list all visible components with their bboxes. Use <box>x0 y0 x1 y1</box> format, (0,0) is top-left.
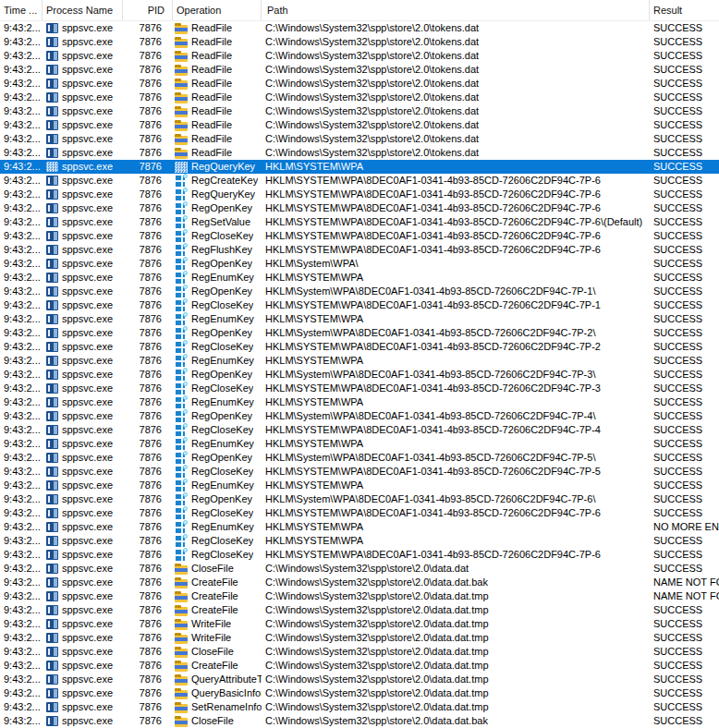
operation-label: ReadFile <box>191 63 232 77</box>
table-row[interactable]: 9:43:2... sppsvc.exe 7876 ReadFile C:\Wi… <box>0 21 719 35</box>
table-row[interactable]: 9:43:2... sppsvc.exe 7876 ReadFile C:\Wi… <box>0 118 719 132</box>
process-cell: sppsvc.exe <box>43 700 123 714</box>
table-row[interactable]: 9:43:2... sppsvc.exe 7876 CloseFile C:\W… <box>0 645 719 659</box>
process-name-label: sppsvc.exe <box>62 63 113 77</box>
process-name-label: sppsvc.exe <box>62 506 113 520</box>
table-row[interactable]: 9:43:2... sppsvc.exe 7876 RegOpenKey HKL… <box>0 492 719 506</box>
table-row[interactable]: 9:43:2... sppsvc.exe 7876 RegSetValue HK… <box>0 215 719 229</box>
table-row[interactable]: 9:43:2... sppsvc.exe 7876 CreateFile C:\… <box>0 603 719 617</box>
time-cell: 9:43:2... <box>0 382 43 395</box>
registry-icon <box>175 356 188 367</box>
process-name-label: sppsvc.exe <box>62 35 113 49</box>
table-row[interactable]: 9:43:2... sppsvc.exe 7876 RegEnumKey HKL… <box>0 395 719 409</box>
table-row[interactable]: 9:43:2... sppsvc.exe 7876 ReadFile C:\Wi… <box>0 91 719 104</box>
table-row[interactable]: 9:43:2... sppsvc.exe 7876 ReadFile C:\Wi… <box>0 77 719 91</box>
table-row[interactable]: 9:43:2... sppsvc.exe 7876 RegCloseKey HK… <box>0 423 719 437</box>
table-row[interactable]: 9:43:2... sppsvc.exe 7876 QueryAttribute… <box>0 673 719 686</box>
table-row[interactable]: 9:43:2... sppsvc.exe 7876 RegOpenKey HKL… <box>0 326 719 340</box>
process-name-label: sppsvc.exe <box>62 562 113 576</box>
table-row[interactable]: 9:43:2... sppsvc.exe 7876 CreateFile C:\… <box>0 576 719 589</box>
table-row[interactable]: 9:43:2... sppsvc.exe 7876 RegOpenKey HKL… <box>0 201 719 215</box>
table-row[interactable]: 9:43:2... sppsvc.exe 7876 RegCloseKey HK… <box>0 548 719 562</box>
table-row[interactable]: 9:43:2... sppsvc.exe 7876 ReadFile C:\Wi… <box>0 35 719 49</box>
process-name-label: sppsvc.exe <box>62 77 113 91</box>
result-cell: SUCCESS <box>650 686 719 700</box>
path-cell: C:\Windows\System32\spp\store\2.0\data.d… <box>262 673 650 686</box>
operation-cell: RegCloseKey <box>173 423 262 437</box>
table-row[interactable]: 9:43:2... sppsvc.exe 7876 RegCloseKey HK… <box>0 534 719 548</box>
time-cell: 9:43:2... <box>0 21 43 35</box>
table-row[interactable]: 9:43:2... sppsvc.exe 7876 ReadFile C:\Wi… <box>0 146 719 160</box>
table-row[interactable]: 9:43:2... sppsvc.exe 7876 RegEnumKey HKL… <box>0 437 719 451</box>
table-row[interactable]: 9:43:2... sppsvc.exe 7876 ReadFile C:\Wi… <box>0 104 719 118</box>
table-row[interactable]: 9:43:2... sppsvc.exe 7876 RegEnumKey HKL… <box>0 479 719 492</box>
registry-icon <box>175 397 188 408</box>
operation-label: CloseFile <box>191 645 234 659</box>
table-row[interactable]: 9:43:2... sppsvc.exe 7876 RegCreateKey H… <box>0 174 719 188</box>
process-icon <box>46 536 58 546</box>
column-header-path[interactable]: Path <box>262 0 650 20</box>
table-row[interactable]: 9:43:2... sppsvc.exe 7876 CreateFile C:\… <box>0 659 719 673</box>
operation-cell: RegCloseKey <box>173 465 262 479</box>
operation-label: RegQueryKey <box>191 160 255 174</box>
table-row[interactable]: 9:43:2... sppsvc.exe 7876 WriteFile C:\W… <box>0 617 719 631</box>
column-header-result[interactable]: Result <box>650 0 719 20</box>
table-row[interactable]: 9:43:2... sppsvc.exe 7876 RegOpenKey HKL… <box>0 285 719 298</box>
process-icon <box>46 217 58 227</box>
table-row[interactable]: 9:43:2... sppsvc.exe 7876 RegCloseKey HK… <box>0 298 719 312</box>
table-row[interactable]: 9:43:2... sppsvc.exe 7876 ReadFile C:\Wi… <box>0 132 719 146</box>
table-row[interactable]: 9:43:2... sppsvc.exe 7876 ReadFile C:\Wi… <box>0 49 719 63</box>
time-cell: 9:43:2... <box>0 520 43 534</box>
table-row[interactable]: 9:43:2... sppsvc.exe 7876 RegQueryKey HK… <box>0 160 719 174</box>
table-row[interactable]: 9:43:2... sppsvc.exe 7876 SetRenameInfo.… <box>0 700 719 714</box>
time-cell: 9:43:2... <box>0 271 43 285</box>
time-cell: 9:43:2... <box>0 257 43 271</box>
table-row[interactable]: 9:43:2... sppsvc.exe 7876 RegCloseKey HK… <box>0 506 719 520</box>
table-row[interactable]: 9:43:2... sppsvc.exe 7876 RegOpenKey HKL… <box>0 451 719 465</box>
table-row[interactable]: 9:43:2... sppsvc.exe 7876 RegFlushKey HK… <box>0 243 719 257</box>
table-row[interactable]: 9:43:2... sppsvc.exe 7876 RegOpenKey HKL… <box>0 368 719 382</box>
column-header-operation[interactable]: Operation <box>173 0 262 20</box>
process-cell: sppsvc.exe <box>43 423 123 437</box>
table-row[interactable]: 9:43:2... sppsvc.exe 7876 RegQueryKey HK… <box>0 188 719 201</box>
time-cell: 9:43:2... <box>0 201 43 215</box>
column-header-time[interactable]: Time ... <box>0 0 43 20</box>
path-cell: C:\Windows\System32\spp\store\2.0\tokens… <box>262 104 650 118</box>
table-row[interactable]: 9:43:2... sppsvc.exe 7876 RegCloseKey HK… <box>0 465 719 479</box>
path-cell: HKLM\SYSTEM\WPA <box>262 437 650 451</box>
table-row[interactable]: 9:43:2... sppsvc.exe 7876 CloseFile C:\W… <box>0 562 719 576</box>
time-cell: 9:43:2... <box>0 312 43 326</box>
process-name-label: sppsvc.exe <box>62 631 113 645</box>
path-cell: HKLM\SYSTEM\WPA\8DEC0AF1-0341-4b93-85CD-… <box>262 382 650 395</box>
table-row[interactable]: 9:43:2... sppsvc.exe 7876 RegCloseKey HK… <box>0 382 719 395</box>
column-header-pid[interactable]: PID <box>123 0 173 20</box>
process-cell: sppsvc.exe <box>43 77 123 91</box>
result-cell: SUCCESS <box>650 35 719 49</box>
table-row[interactable]: 9:43:2... sppsvc.exe 7876 CloseFile C:\W… <box>0 714 719 728</box>
table-row[interactable]: 9:43:2... sppsvc.exe 7876 RegEnumKey HKL… <box>0 354 719 368</box>
table-row[interactable]: 9:43:2... sppsvc.exe 7876 WriteFile C:\W… <box>0 631 719 645</box>
column-header-process-name[interactable]: Process Name <box>43 0 123 20</box>
pid-cell: 7876 <box>123 451 173 465</box>
table-row[interactable]: 9:43:2... sppsvc.exe 7876 CreateFile C:\… <box>0 589 719 603</box>
table-row[interactable]: 9:43:2... sppsvc.exe 7876 RegEnumKey HKL… <box>0 271 719 285</box>
time-cell: 9:43:2... <box>0 77 43 91</box>
table-row[interactable]: 9:43:2... sppsvc.exe 7876 QueryBasicInfo… <box>0 686 719 700</box>
result-cell: NO MORE ENTRIES <box>650 520 719 534</box>
path-cell: HKLM\System\WPA\8DEC0AF1-0341-4b93-85CD-… <box>262 285 650 298</box>
result-cell: SUCCESS <box>650 479 719 492</box>
table-row[interactable]: 9:43:2... sppsvc.exe 7876 RegOpenKey HKL… <box>0 257 719 271</box>
table-row[interactable]: 9:43:2... sppsvc.exe 7876 ReadFile C:\Wi… <box>0 63 719 77</box>
process-name-label: sppsvc.exe <box>62 243 113 257</box>
table-row[interactable]: 9:43:2... sppsvc.exe 7876 RegOpenKey HKL… <box>0 409 719 423</box>
table-row[interactable]: 9:43:2... sppsvc.exe 7876 RegEnumKey HKL… <box>0 520 719 534</box>
table-row[interactable]: 9:43:2... sppsvc.exe 7876 RegCloseKey HK… <box>0 229 719 243</box>
time-cell: 9:43:2... <box>0 298 43 312</box>
table-row[interactable]: 9:43:2... sppsvc.exe 7876 RegCloseKey HK… <box>0 340 719 354</box>
result-cell: SUCCESS <box>650 395 719 409</box>
path-cell: C:\Windows\System32\spp\store\2.0\data.d… <box>262 645 650 659</box>
table-row[interactable]: 9:43:2... sppsvc.exe 7876 RegEnumKey HKL… <box>0 312 719 326</box>
path-cell: HKLM\SYSTEM\WPA\8DEC0AF1-0341-4b93-85CD-… <box>262 174 650 188</box>
operation-label: CloseFile <box>191 562 234 576</box>
process-name-label: sppsvc.exe <box>62 146 113 160</box>
